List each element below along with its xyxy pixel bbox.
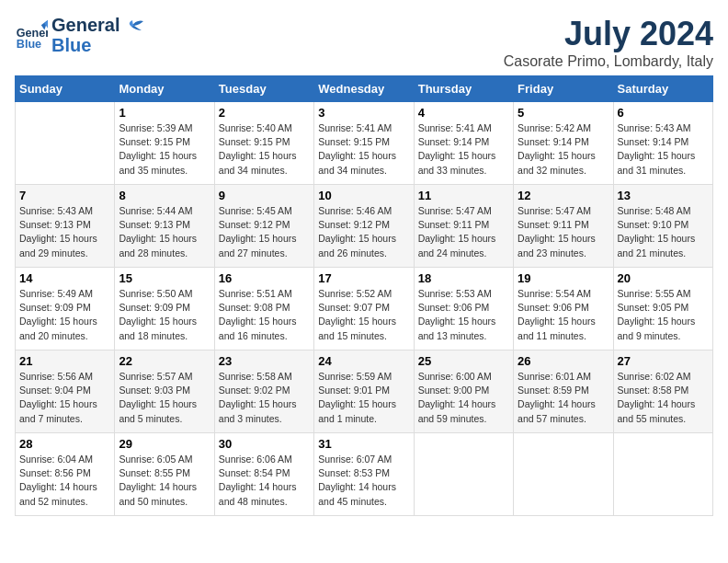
day-number: 24 (318, 354, 409, 368)
weekday-header-friday: Friday (514, 76, 613, 102)
day-info: Sunrise: 5:43 AM Sunset: 9:14 PM Dayligh… (618, 121, 709, 178)
day-info: Sunrise: 6:00 AM Sunset: 9:00 PM Dayligh… (418, 370, 509, 426)
day-info: Sunrise: 5:52 AM Sunset: 9:07 PM Dayligh… (318, 287, 409, 343)
calendar-cell: 30Sunrise: 6:06 AM Sunset: 8:54 PM Dayli… (214, 433, 313, 516)
day-info: Sunrise: 5:50 AM Sunset: 9:09 PM Dayligh… (119, 287, 210, 343)
day-number: 29 (119, 437, 210, 451)
day-number: 11 (418, 189, 509, 202)
calendar-cell (613, 433, 712, 516)
calendar-cell: 29Sunrise: 6:05 AM Sunset: 8:55 PM Dayli… (115, 433, 214, 516)
weekday-header-thursday: Thursday (414, 76, 513, 102)
weekday-header-sunday: Sunday (16, 76, 115, 102)
day-number: 26 (518, 354, 609, 368)
day-info: Sunrise: 5:47 AM Sunset: 9:11 PM Dayligh… (418, 204, 509, 260)
day-info: Sunrise: 5:43 AM Sunset: 9:13 PM Dayligh… (19, 204, 110, 260)
day-info: Sunrise: 6:06 AM Sunset: 8:54 PM Dayligh… (219, 453, 310, 509)
day-number: 31 (318, 437, 409, 451)
day-number: 2 (219, 106, 310, 120)
day-number: 7 (19, 189, 110, 202)
day-info: Sunrise: 5:55 AM Sunset: 9:05 PM Dayligh… (618, 287, 709, 343)
weekday-header-saturday: Saturday (613, 76, 712, 102)
calendar-cell: 7Sunrise: 5:43 AM Sunset: 9:13 PM Daylig… (16, 185, 115, 268)
day-number: 5 (518, 106, 609, 120)
day-info: Sunrise: 6:02 AM Sunset: 8:58 PM Dayligh… (618, 370, 709, 426)
calendar-cell: 27Sunrise: 6:02 AM Sunset: 8:58 PM Dayli… (613, 350, 712, 433)
calendar-cell: 17Sunrise: 5:52 AM Sunset: 9:07 PM Dayli… (314, 268, 414, 350)
day-info: Sunrise: 5:48 AM Sunset: 9:10 PM Dayligh… (618, 204, 709, 260)
day-info: Sunrise: 5:59 AM Sunset: 9:01 PM Dayligh… (318, 370, 409, 426)
svg-text:Blue: Blue (17, 38, 41, 51)
calendar-cell: 3Sunrise: 5:41 AM Sunset: 9:15 PM Daylig… (314, 102, 414, 185)
page-header: General Blue General Blue July 2024 Caso… (15, 15, 713, 70)
day-info: Sunrise: 5:56 AM Sunset: 9:04 PM Dayligh… (19, 370, 110, 426)
page-title: July 2024 (504, 15, 713, 53)
day-number: 4 (418, 106, 509, 120)
week-row-3: 14Sunrise: 5:49 AM Sunset: 9:09 PM Dayli… (16, 268, 713, 350)
day-number: 28 (19, 437, 110, 451)
day-info: Sunrise: 6:05 AM Sunset: 8:55 PM Dayligh… (119, 453, 210, 509)
calendar-cell: 4Sunrise: 5:41 AM Sunset: 9:14 PM Daylig… (414, 102, 513, 185)
day-number: 27 (618, 354, 709, 368)
logo-blue-text: Blue (51, 35, 119, 55)
day-number: 17 (318, 271, 409, 285)
day-info: Sunrise: 5:57 AM Sunset: 9:03 PM Dayligh… (119, 370, 210, 426)
page-subtitle: Casorate Primo, Lombardy, Italy (504, 53, 713, 70)
calendar-cell: 22Sunrise: 5:57 AM Sunset: 9:03 PM Dayli… (115, 350, 214, 433)
calendar-cell: 6Sunrise: 5:43 AM Sunset: 9:14 PM Daylig… (613, 102, 712, 185)
day-info: Sunrise: 5:54 AM Sunset: 9:06 PM Dayligh… (518, 287, 609, 343)
calendar-cell: 12Sunrise: 5:47 AM Sunset: 9:11 PM Dayli… (514, 185, 613, 268)
calendar-cell: 18Sunrise: 5:53 AM Sunset: 9:06 PM Dayli… (414, 268, 513, 350)
calendar-cell: 8Sunrise: 5:44 AM Sunset: 9:13 PM Daylig… (115, 185, 214, 268)
day-number: 12 (518, 189, 609, 202)
calendar-cell: 1Sunrise: 5:39 AM Sunset: 9:15 PM Daylig… (115, 102, 214, 185)
calendar-cell (414, 433, 513, 516)
day-number: 18 (418, 271, 509, 285)
week-row-5: 28Sunrise: 6:04 AM Sunset: 8:56 PM Dayli… (16, 433, 713, 516)
calendar-table: SundayMondayTuesdayWednesdayThursdayFrid… (15, 75, 713, 516)
weekday-header-row: SundayMondayTuesdayWednesdayThursdayFrid… (16, 76, 713, 102)
day-info: Sunrise: 6:01 AM Sunset: 8:59 PM Dayligh… (518, 370, 609, 426)
bird-icon (118, 17, 145, 36)
day-info: Sunrise: 5:51 AM Sunset: 9:08 PM Dayligh… (219, 287, 310, 343)
day-info: Sunrise: 5:42 AM Sunset: 9:14 PM Dayligh… (518, 121, 609, 178)
weekday-header-tuesday: Tuesday (214, 76, 313, 102)
calendar-cell: 14Sunrise: 5:49 AM Sunset: 9:09 PM Dayli… (16, 268, 115, 350)
calendar-cell: 25Sunrise: 6:00 AM Sunset: 9:00 PM Dayli… (414, 350, 513, 433)
day-number: 19 (518, 271, 609, 285)
calendar-cell: 19Sunrise: 5:54 AM Sunset: 9:06 PM Dayli… (514, 268, 613, 350)
calendar-cell: 10Sunrise: 5:46 AM Sunset: 9:12 PM Dayli… (314, 185, 414, 268)
day-number: 1 (119, 106, 210, 120)
day-info: Sunrise: 6:04 AM Sunset: 8:56 PM Dayligh… (19, 453, 110, 509)
day-number: 16 (219, 271, 310, 285)
day-number: 30 (219, 437, 310, 451)
day-number: 23 (219, 354, 310, 368)
day-number: 13 (618, 189, 709, 202)
calendar-cell: 13Sunrise: 5:48 AM Sunset: 9:10 PM Dayli… (613, 185, 712, 268)
day-info: Sunrise: 5:47 AM Sunset: 9:11 PM Dayligh… (518, 204, 609, 260)
calendar-cell: 24Sunrise: 5:59 AM Sunset: 9:01 PM Dayli… (314, 350, 414, 433)
day-info: Sunrise: 5:58 AM Sunset: 9:02 PM Dayligh… (219, 370, 310, 426)
day-number: 8 (119, 189, 210, 202)
day-info: Sunrise: 5:39 AM Sunset: 9:15 PM Dayligh… (119, 121, 210, 178)
title-block: July 2024 Casorate Primo, Lombardy, Ital… (504, 15, 713, 70)
day-info: Sunrise: 5:53 AM Sunset: 9:06 PM Dayligh… (418, 287, 509, 343)
day-number: 6 (618, 106, 709, 120)
day-number: 9 (219, 189, 310, 202)
day-info: Sunrise: 5:44 AM Sunset: 9:13 PM Dayligh… (119, 204, 210, 260)
calendar-cell: 21Sunrise: 5:56 AM Sunset: 9:04 PM Dayli… (16, 350, 115, 433)
calendar-cell: 15Sunrise: 5:50 AM Sunset: 9:09 PM Dayli… (115, 268, 214, 350)
week-row-1: 1Sunrise: 5:39 AM Sunset: 9:15 PM Daylig… (16, 102, 713, 185)
day-info: Sunrise: 5:41 AM Sunset: 9:15 PM Dayligh… (318, 121, 409, 178)
day-number: 21 (19, 354, 110, 368)
logo-general-text: General (51, 15, 119, 35)
calendar-cell: 2Sunrise: 5:40 AM Sunset: 9:15 PM Daylig… (214, 102, 313, 185)
calendar-cell: 20Sunrise: 5:55 AM Sunset: 9:05 PM Dayli… (613, 268, 712, 350)
day-number: 3 (318, 106, 409, 120)
day-info: Sunrise: 5:45 AM Sunset: 9:12 PM Dayligh… (219, 204, 310, 260)
calendar-cell: 11Sunrise: 5:47 AM Sunset: 9:11 PM Dayli… (414, 185, 513, 268)
day-number: 15 (119, 271, 210, 285)
day-number: 25 (418, 354, 509, 368)
calendar-cell: 31Sunrise: 6:07 AM Sunset: 8:53 PM Dayli… (314, 433, 414, 516)
calendar-cell: 16Sunrise: 5:51 AM Sunset: 9:08 PM Dayli… (214, 268, 313, 350)
day-info: Sunrise: 5:41 AM Sunset: 9:14 PM Dayligh… (418, 121, 509, 178)
